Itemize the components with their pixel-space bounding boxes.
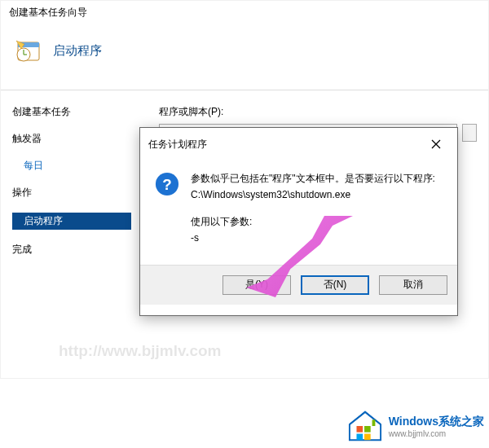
close-icon[interactable] (421, 134, 451, 154)
step-create-task: 创建基本任务 (12, 105, 131, 119)
dialog-line1: 参数似乎已包括在"程序"文本框中。是否要运行以下程序: (191, 170, 435, 187)
logo-url: www.bjjmlv.com (389, 429, 484, 438)
svg-rect-10 (356, 434, 363, 441)
schedule-icon (15, 37, 42, 64)
step-action: 操作 (12, 186, 131, 200)
step-action-startprogram[interactable]: 启动程序 (12, 213, 131, 230)
dialog-title: 任务计划程序 (148, 138, 207, 152)
dialog-button-row: 是(Y) 否(N) 取消 (140, 265, 457, 305)
dialog-body: ? 参数似乎已包括在"程序"文本框中。是否要运行以下程序: C:\Windows… (140, 160, 457, 265)
wizard-heading: 启动程序 (53, 43, 102, 59)
confirm-dialog: 任务计划程序 ? 参数似乎已包括在"程序"文本框中。是否要运行以下程序: C:\… (139, 127, 458, 316)
yes-button[interactable]: 是(Y) (222, 275, 291, 295)
svg-rect-11 (364, 434, 371, 441)
svg-rect-9 (364, 426, 371, 433)
wizard-steps-sidebar: 创建基本任务 触发器 每日 操作 启动程序 完成 (1, 90, 131, 377)
no-button[interactable]: 否(N) (301, 275, 369, 295)
dialog-titlebar: 任务计划程序 (140, 128, 457, 160)
step-trigger-daily[interactable]: 每日 (12, 159, 131, 173)
dialog-line4: -s (191, 230, 435, 246)
cancel-button[interactable]: 取消 (379, 275, 447, 295)
svg-text:?: ? (162, 176, 171, 193)
step-trigger: 触发器 (12, 132, 131, 146)
logo-title: Windows系统之家 (389, 415, 484, 429)
site-logo: Windows系统之家 www.bjjmlv.com (346, 409, 484, 443)
wizard-header: 启动程序 (1, 28, 488, 90)
browse-button[interactable] (462, 124, 477, 142)
house-icon (346, 409, 384, 443)
step-finish: 完成 (12, 243, 131, 257)
dialog-message: 参数似乎已包括在"程序"文本框中。是否要运行以下程序: C:\Windows\s… (191, 170, 435, 247)
dialog-line3: 使用以下参数: (191, 213, 435, 230)
svg-rect-12 (372, 419, 375, 426)
svg-rect-8 (356, 426, 363, 433)
wizard-window-title: 创建基本任务向导 (1, 1, 488, 28)
question-icon: ? (155, 172, 179, 196)
dialog-line2: C:\Windows\system32\shutdown.exe (191, 187, 435, 203)
program-script-label: 程序或脚本(P): (159, 105, 477, 119)
